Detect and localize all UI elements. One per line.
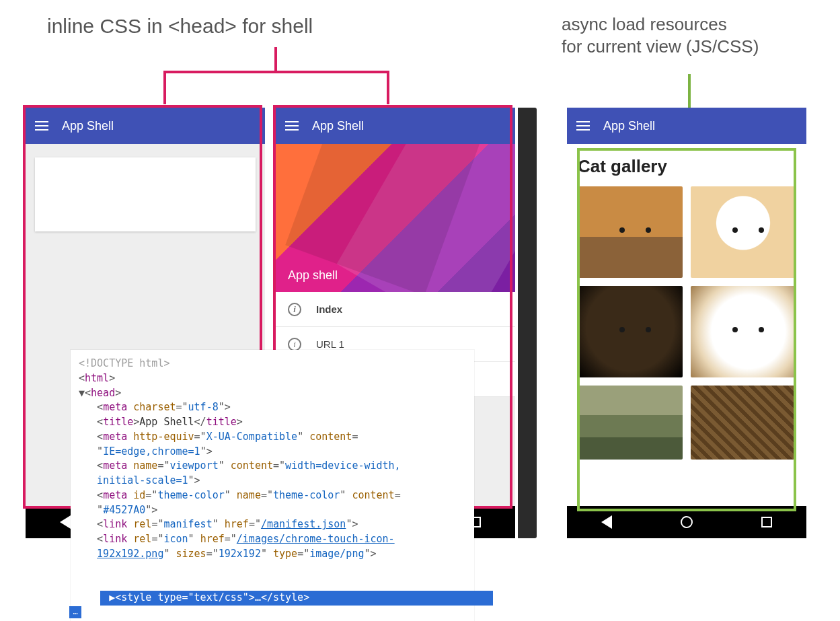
code-line: <meta id="theme-color" name="theme-color… (79, 488, 466, 503)
nav-home-icon[interactable] (681, 516, 693, 528)
code-line: <<html>html> (79, 371, 466, 386)
code-line: ▼<head> (79, 386, 466, 401)
code-line: <!DOCTYPE html> (79, 357, 466, 371)
nav-recent-icon[interactable] (761, 517, 772, 527)
label-inline-css: inline CSS in <head> for shell (47, 13, 313, 39)
callout-connector (274, 47, 277, 71)
nav-back-icon[interactable] (601, 515, 612, 529)
label-async-load: async load resources for current view (J… (562, 13, 759, 57)
code-line: "IE=edge,chrome=1"> (79, 445, 466, 460)
app-bar: App Shell (567, 108, 806, 144)
code-line: <meta charset="utf-8"> (79, 400, 466, 415)
code-line: <meta name="viewport" content="width=dev… (79, 459, 466, 474)
code-line: <link rel="manifest" href="/manifest.jso… (79, 517, 466, 532)
callout-connector (163, 71, 389, 73)
callout-connector (163, 71, 166, 104)
code-line: <title>App Shell</title> (79, 415, 466, 430)
code-line: 192x192.png" sizes="192x192" type="image… (79, 547, 466, 562)
phone-shadow (518, 108, 537, 538)
callout-connector (387, 71, 389, 104)
nav-back-icon[interactable] (60, 515, 71, 529)
code-line: <meta http-equiv="X-UA-Compatible" conte… (79, 430, 466, 445)
menu-icon[interactable] (576, 121, 590, 131)
code-line: initial-scale=1"> (79, 474, 466, 488)
code-line: <link rel="icon" href="/images/chrome-to… (79, 532, 466, 547)
code-snippet: <!DOCTYPE html> <<html>html> ▼<head> <me… (71, 350, 474, 621)
app-title: App Shell (603, 119, 655, 133)
highlight-box-content (577, 148, 796, 511)
code-line-highlighted: … ▶<style type="text/css">…</style> (79, 562, 466, 620)
code-line: "#4527A0"> (79, 503, 466, 518)
